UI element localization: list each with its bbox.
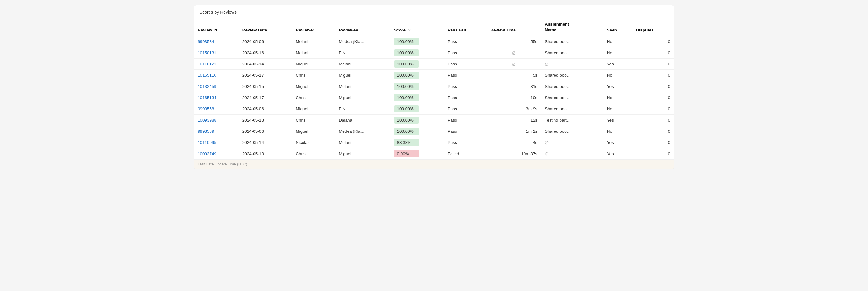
cell-reviewee: FIN xyxy=(335,47,390,59)
cell-reviewee: FIN xyxy=(335,103,390,115)
cell-disputes: 0 xyxy=(632,137,674,148)
cell-review-id[interactable]: 10150131 xyxy=(194,47,239,59)
cell-reviewer: Miguel xyxy=(292,81,335,92)
cell-review-date: 2024-05-14 xyxy=(239,59,292,70)
cell-review-id[interactable]: 10165134 xyxy=(194,92,239,103)
cell-review-date: 2024-05-15 xyxy=(239,81,292,92)
cell-seen: No xyxy=(603,103,632,115)
cell-pass-fail: Pass xyxy=(444,92,487,103)
cell-review-date: 2024-05-06 xyxy=(239,103,292,115)
table-row: 101651342024-05-17ChrisMiguel100.00%Pass… xyxy=(194,92,674,103)
cell-review-id[interactable]: 9993584 xyxy=(194,36,239,47)
cell-seen: Yes xyxy=(603,137,632,148)
cell-reviewer: Melani xyxy=(292,47,335,59)
cell-reviewee: Miguel xyxy=(335,148,390,159)
cell-score: 100.00% xyxy=(390,115,444,126)
cell-review-time: 10s xyxy=(487,92,541,103)
col-assignment-name: AssignmentName xyxy=(541,18,603,36)
cell-disputes: 0 xyxy=(632,81,674,92)
cell-reviewer: Chris xyxy=(292,115,335,126)
cell-assignment-name: ∅ xyxy=(541,137,603,148)
cell-review-date: 2024-05-17 xyxy=(239,70,292,81)
cell-assignment-name: Shared poo… xyxy=(541,103,603,115)
cell-score: 100.00% xyxy=(390,92,444,103)
col-score[interactable]: Score ∨ xyxy=(390,18,444,36)
table-row: 101324592024-05-15MiguelMelani100.00%Pas… xyxy=(194,81,674,92)
cell-review-id[interactable]: 9993558 xyxy=(194,103,239,115)
cell-disputes: 0 xyxy=(632,126,674,137)
col-reviewer: Reviewer xyxy=(292,18,335,36)
cell-reviewee: Melani xyxy=(335,137,390,148)
cell-review-time: 10m 37s xyxy=(487,148,541,159)
cell-pass-fail: Pass xyxy=(444,137,487,148)
cell-pass-fail: Pass xyxy=(444,126,487,137)
cell-review-date: 2024-05-17 xyxy=(239,92,292,103)
cell-review-id[interactable]: 10093749 xyxy=(194,148,239,159)
cell-review-id[interactable]: 10132459 xyxy=(194,81,239,92)
cell-score: 100.00% xyxy=(390,126,444,137)
cell-seen: Yes xyxy=(603,59,632,70)
col-review-date: Review Date xyxy=(239,18,292,36)
cell-assignment-name: Shared poo… xyxy=(541,92,603,103)
cell-disputes: 0 xyxy=(632,115,674,126)
cell-assignment-name: Shared poo… xyxy=(541,81,603,92)
cell-reviewee: Medea (Kla… xyxy=(335,36,390,47)
cell-pass-fail: Pass xyxy=(444,36,487,47)
table-row: 101100952024-05-14NicolasMelani83.33%Pas… xyxy=(194,137,674,148)
cell-pass-fail: Pass xyxy=(444,47,487,59)
table-row: 99935842024-05-06MelaniMedea (Kla…100.00… xyxy=(194,36,674,47)
cell-assignment-name: Shared poo… xyxy=(541,70,603,81)
cell-review-time: 31s xyxy=(487,81,541,92)
cell-reviewee: Melani xyxy=(335,81,390,92)
col-disputes: Disputes xyxy=(632,18,674,36)
cell-review-id[interactable]: 10165110 xyxy=(194,70,239,81)
cell-seen: No xyxy=(603,70,632,81)
cell-reviewer: Chris xyxy=(292,92,335,103)
table-row: 99935892024-05-06MiguelMedea (Kla…100.00… xyxy=(194,126,674,137)
cell-reviewee: Medea (Kla… xyxy=(335,126,390,137)
cell-review-date: 2024-05-13 xyxy=(239,148,292,159)
cell-reviewer: Nicolas xyxy=(292,137,335,148)
cell-review-date: 2024-05-16 xyxy=(239,47,292,59)
cell-review-time: 5s xyxy=(487,70,541,81)
cell-score: 100.00% xyxy=(390,81,444,92)
cell-disputes: 0 xyxy=(632,92,674,103)
scores-table: Review Id Review Date Reviewer Reviewee … xyxy=(194,18,674,169)
table-row: 101101212024-05-14MiguelMelani100.00%Pas… xyxy=(194,59,674,70)
cell-reviewer: Miguel xyxy=(292,126,335,137)
cell-disputes: 0 xyxy=(632,47,674,59)
footer-row: Last Date Update Time (UTC) xyxy=(194,159,674,169)
cell-review-time: 4s xyxy=(487,137,541,148)
cell-reviewer: Miguel xyxy=(292,103,335,115)
sort-icon: ∨ xyxy=(408,28,411,32)
cell-pass-fail: Pass xyxy=(444,103,487,115)
cell-review-date: 2024-05-06 xyxy=(239,126,292,137)
cell-review-id[interactable]: 10093988 xyxy=(194,115,239,126)
col-reviewee: Reviewee xyxy=(335,18,390,36)
cell-pass-fail: Pass xyxy=(444,81,487,92)
cell-reviewee: Miguel xyxy=(335,92,390,103)
cell-reviewer: Miguel xyxy=(292,59,335,70)
cell-review-id[interactable]: 10110095 xyxy=(194,137,239,148)
cell-assignment-name: Testing part… xyxy=(541,115,603,126)
cell-reviewee: Miguel xyxy=(335,70,390,81)
cell-reviewee: Melani xyxy=(335,59,390,70)
table-row: 99935582024-05-06MiguelFIN100.00%Pass3m … xyxy=(194,103,674,115)
cell-pass-fail: Failed xyxy=(444,148,487,159)
cell-review-time: ∅ xyxy=(487,59,541,70)
table-header-row: Review Id Review Date Reviewer Reviewee … xyxy=(194,18,674,36)
cell-assignment-name: Shared poo… xyxy=(541,126,603,137)
table-row: 101651102024-05-17ChrisMiguel100.00%Pass… xyxy=(194,70,674,81)
cell-disputes: 0 xyxy=(632,103,674,115)
cell-review-time: 12s xyxy=(487,115,541,126)
cell-reviewer: Chris xyxy=(292,70,335,81)
cell-review-id[interactable]: 9993589 xyxy=(194,126,239,137)
cell-seen: No xyxy=(603,126,632,137)
cell-disputes: 0 xyxy=(632,70,674,81)
cell-review-id[interactable]: 10110121 xyxy=(194,59,239,70)
cell-score: 83.33% xyxy=(390,137,444,148)
table-row: 100937492024-05-13ChrisMiguel0.00%Failed… xyxy=(194,148,674,159)
cell-disputes: 0 xyxy=(632,59,674,70)
cell-assignment-name: ∅ xyxy=(541,59,603,70)
cell-review-date: 2024-05-06 xyxy=(239,36,292,47)
